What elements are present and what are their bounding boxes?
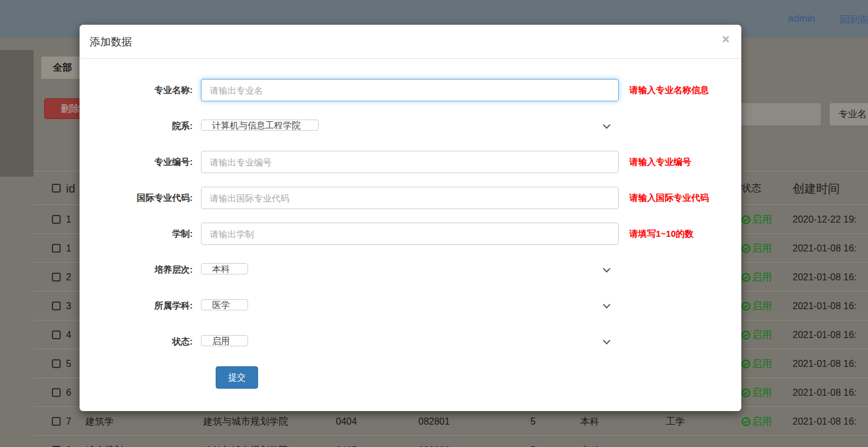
modal-title: 添加数据 — [90, 36, 132, 48]
major-code-label: 专业编号: — [94, 157, 193, 168]
modal-body: 专业名称: 请输入专业名称信息 院系: 计算机与信息工程学院 专业编号: 请输入… — [80, 59, 741, 389]
major-code-input[interactable] — [201, 151, 619, 173]
level-select[interactable]: 本科 — [201, 263, 248, 274]
close-icon[interactable]: × — [722, 33, 730, 46]
years-hint: 请填写1~10的数 — [629, 229, 694, 240]
major-name-label: 专业名称: — [94, 85, 193, 96]
intl-code-label: 国际专业代码: — [94, 193, 193, 204]
major-code-hint: 请输入专业编号 — [629, 157, 691, 168]
modal-header: 添加数据 × — [80, 25, 741, 59]
major-name-input[interactable] — [201, 79, 619, 101]
subject-select[interactable]: 医学 — [201, 299, 248, 310]
level-label: 培养层次: — [94, 264, 193, 276]
chevron-down-icon — [603, 337, 610, 345]
status-label: 状态: — [94, 336, 193, 347]
add-data-modal: 添加数据 × 专业名称: 请输入专业名称信息 院系: 计算机与信息工程学院 专业… — [80, 25, 741, 411]
subject-label: 所属学科: — [94, 300, 193, 312]
status-select[interactable]: 启用 — [201, 335, 248, 346]
submit-button[interactable]: 提交 — [216, 366, 258, 389]
intl-code-hint: 请输入国际专业代码 — [629, 193, 709, 204]
years-input[interactable] — [201, 223, 619, 245]
years-label: 学制: — [94, 229, 193, 240]
chevron-down-icon — [603, 301, 610, 309]
major-name-hint: 请输入专业名称信息 — [629, 85, 709, 96]
intl-code-input[interactable] — [201, 187, 619, 209]
department-select[interactable]: 计算机与信息工程学院 — [201, 120, 319, 131]
department-label: 院系: — [94, 121, 193, 132]
chevron-down-icon — [603, 265, 610, 273]
chevron-down-icon — [603, 121, 610, 129]
